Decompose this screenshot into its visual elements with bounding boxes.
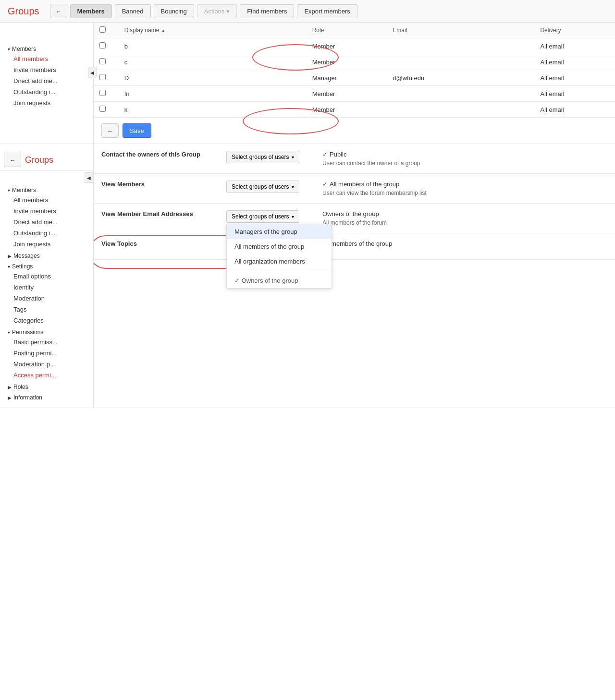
sidebar2-basic-perms[interactable]: Basic permiss... [0, 337, 93, 348]
perm-value-cell: All members of the group [315, 233, 615, 260]
row-checkbox[interactable] [99, 58, 106, 64]
select-wrapper: Select groups of users ▾ [226, 151, 307, 163]
row-checkbox[interactable] [99, 42, 106, 48]
member-name: fn [119, 86, 307, 102]
perm-value: ✓All members of the group [322, 181, 399, 188]
sidebar2-identity[interactable]: Identity [0, 282, 93, 293]
member-name: D [119, 70, 307, 86]
sidebar2-all-members[interactable]: All members [0, 194, 93, 205]
member-email [387, 102, 534, 118]
sidebar2-categories[interactable]: Categories [0, 315, 93, 326]
sidebar-toggle-1[interactable]: ◀ [88, 67, 97, 78]
sidebar-item-all-members[interactable]: All members [0, 53, 93, 64]
dropdown-item[interactable]: All organization members [227, 254, 332, 269]
tab-members[interactable]: Members [70, 4, 112, 18]
dropdown-item[interactable]: All members of the group [227, 239, 332, 254]
member-email [387, 54, 534, 70]
sidebar2-settings-header: ▾ Settings [0, 260, 93, 271]
select-groups-button[interactable]: Select groups of users ▾ [226, 181, 299, 193]
sidebar-item-invite-members[interactable]: Invite members [0, 64, 93, 75]
permissions-section: ← Groups ◀ ▾ Members All members Invite … [0, 144, 615, 408]
perm-select-cell: Select groups of users ▾ Managers of the… [219, 204, 315, 233]
sidebar-item-join-requests[interactable]: Join requests [0, 97, 93, 109]
tab-banned[interactable]: Banned [115, 4, 151, 18]
sidebar2-permissions-header: ▾ Permissions [0, 326, 93, 337]
sidebar2-email-options[interactable]: Email options [0, 271, 93, 282]
perm-value: ✓Public [322, 151, 346, 158]
row-checkbox[interactable] [99, 74, 106, 80]
back-button-section2[interactable]: ← [4, 153, 21, 167]
caret-down-icon: ▾ [292, 214, 294, 219]
top-toolbar: Groups ← Members Banned Bouncing Actions… [0, 0, 615, 23]
sidebar2-join-requests[interactable]: Join requests [0, 239, 93, 250]
permission-row: Contact the owners of this Group Select … [94, 144, 615, 174]
select-wrapper: Select groups of users ▾ [226, 181, 307, 193]
permission-row: View Member Email Addresses Select group… [94, 204, 615, 233]
sidebar2-moderation[interactable]: Moderation [0, 293, 93, 304]
select-groups-button[interactable]: Select groups of users ▾ [226, 210, 299, 223]
select-label: Select groups of users [232, 154, 289, 160]
member-row: b Member All email [94, 38, 615, 54]
perm-value: Owners of the group [322, 210, 379, 217]
perm-select-cell: Select groups of users ▾ [219, 174, 315, 204]
sidebar2-access-perms[interactable]: Access permi... [0, 370, 93, 381]
perm-description: User can contact the owner of a group [322, 160, 607, 167]
sidebar-item-direct-add[interactable]: Direct add me... [0, 75, 93, 86]
dropdown-separator [227, 271, 332, 271]
tab-bouncing[interactable]: Bouncing [154, 4, 194, 18]
member-email: d@wfu.edu [387, 70, 534, 86]
sidebar2-members-header: ▾ Members [0, 184, 93, 194]
sidebar2-posting-perms[interactable]: Posting permi... [0, 348, 93, 359]
actions-button[interactable]: Actions ▾ [197, 4, 237, 18]
dropdown-menu: Managers of the groupAll members of the … [226, 224, 332, 289]
perm-value-cell: Owners of the group All members of the f… [315, 204, 615, 233]
member-role: Member [307, 102, 387, 118]
perm-value: All members of the group [322, 240, 392, 247]
sidebar-toggle-2[interactable]: ◀ [85, 172, 93, 183]
back-button-footer[interactable]: ← [101, 123, 119, 138]
sidebar2-mod-perms[interactable]: Moderation p... [0, 359, 93, 370]
sidebar2-messages-header: ▶ Messages [0, 250, 93, 260]
row-checkbox[interactable] [99, 106, 106, 112]
member-role: Member [307, 38, 387, 54]
member-email [387, 38, 534, 54]
select-groups-button[interactable]: Select groups of users ▾ [226, 151, 299, 163]
arrow-icon: ▾ [8, 47, 10, 52]
member-email [387, 86, 534, 102]
sidebar2-invite-members[interactable]: Invite members [0, 205, 93, 217]
sidebar2-information-header: ▶ Information [0, 391, 93, 402]
find-members-button[interactable]: Find members [240, 4, 294, 18]
member-row: D Manager d@wfu.edu All email [94, 70, 615, 86]
check-icon: ✓ [234, 277, 242, 284]
check-icon: ✓ [322, 151, 328, 158]
sidebar2-outstanding[interactable]: Outstanding i... [0, 228, 93, 239]
member-row: fn Member All email [94, 86, 615, 102]
sidebar2-direct-add[interactable]: Direct add me... [0, 217, 93, 228]
col-header-email: Email [387, 23, 534, 38]
member-delivery: All email [534, 102, 615, 118]
member-name: k [119, 102, 307, 118]
sidebar-item-outstanding[interactable]: Outstanding i... [0, 86, 93, 97]
select-all-checkbox[interactable] [99, 26, 106, 33]
select-label: Select groups of users [232, 213, 289, 220]
perm-description: User can view the forum membership list [322, 190, 607, 196]
back-button-top[interactable]: ← [50, 4, 67, 18]
permission-row: View Topics Select groups of users ▾ All… [94, 233, 615, 260]
perm-value-cell: ✓All members of the group User can view … [315, 174, 615, 204]
row-checkbox[interactable] [99, 90, 106, 96]
member-role: Member [307, 86, 387, 102]
perm-label: Contact the owners of this Group [94, 144, 219, 174]
member-delivery: All email [534, 54, 615, 70]
export-members-button[interactable]: Export members [297, 4, 357, 18]
perm-label: View Members [94, 174, 219, 204]
perm-value-cell: ✓Public User can contact the owner of a … [315, 144, 615, 174]
dropdown-item[interactable]: Managers of the group [227, 224, 332, 239]
sidebar2-tags[interactable]: Tags [0, 304, 93, 315]
caret-down-icon: ▾ [292, 155, 294, 160]
sidebar-1: ◀ ▾ Members All members Invite members D… [0, 23, 94, 144]
dropdown-item-checked[interactable]: ✓ Owners of the group [227, 273, 332, 288]
sidebar-members-header: ▾ Members [0, 43, 93, 53]
member-delivery: All email [534, 70, 615, 86]
sidebar-2: ← Groups ◀ ▾ Members All members Invite … [0, 144, 94, 408]
save-button[interactable]: Save [123, 123, 151, 138]
